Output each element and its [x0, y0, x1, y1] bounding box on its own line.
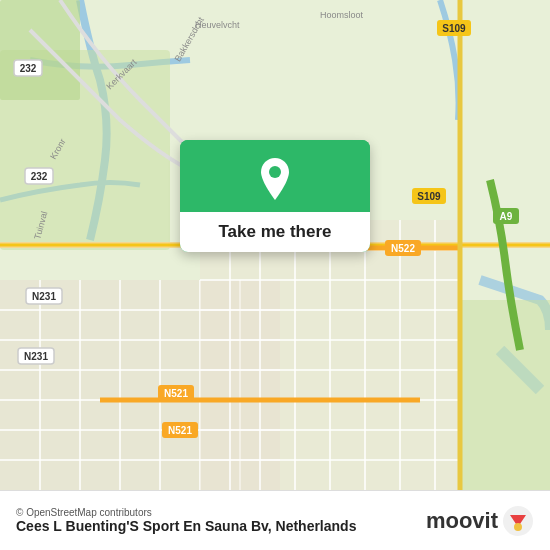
map: 232 232 N231 N231 N521 N521 N522 S109 S1… — [0, 0, 550, 490]
take-me-there-label: Take me there — [218, 222, 331, 241]
svg-point-67 — [514, 523, 522, 531]
moovit-text: moovit — [426, 508, 498, 534]
svg-text:232: 232 — [31, 171, 48, 182]
svg-point-64 — [269, 166, 281, 178]
svg-text:N521: N521 — [164, 388, 188, 399]
svg-text:N231: N231 — [24, 351, 48, 362]
svg-text:S109: S109 — [417, 191, 441, 202]
svg-text:N231: N231 — [32, 291, 56, 302]
svg-text:S109: S109 — [442, 23, 466, 34]
osm-attribution: © OpenStreetMap contributors — [16, 507, 356, 518]
svg-text:N521: N521 — [168, 425, 192, 436]
moovit-icon — [502, 505, 534, 537]
moovit-logo: moovit — [426, 505, 534, 537]
location-label: Cees L Buenting'S Sport En Sauna Bv, Net… — [16, 518, 356, 534]
svg-text:A9: A9 — [500, 211, 513, 222]
svg-text:Hoomsloot: Hoomsloot — [320, 10, 364, 20]
bottom-bar: © OpenStreetMap contributors Cees L Buen… — [0, 490, 550, 550]
svg-rect-3 — [460, 300, 550, 490]
svg-text:N522: N522 — [391, 243, 415, 254]
svg-text:232: 232 — [20, 63, 37, 74]
take-me-there-button[interactable]: Take me there — [180, 140, 370, 252]
